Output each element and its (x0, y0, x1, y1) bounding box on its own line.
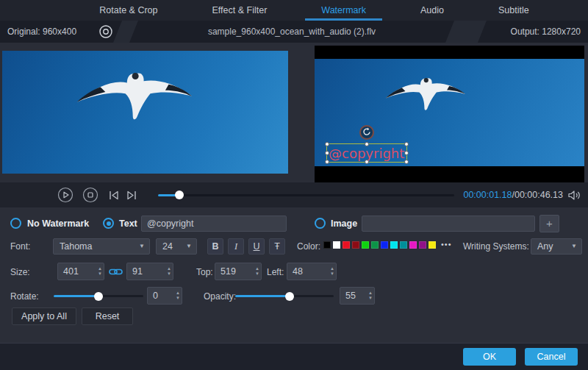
color-swatch-row (323, 241, 436, 249)
resize-handle-w[interactable] (325, 151, 329, 155)
top-value: 519 (220, 266, 236, 277)
strikethrough-button[interactable]: Ŧ (269, 238, 285, 255)
time-display: 00:00:01.18/00:00:46.13 (463, 190, 563, 200)
size-width-input[interactable]: 401 ▲▼ (57, 263, 104, 280)
rotate-slider-thumb[interactable] (94, 292, 103, 301)
current-time: 00:00:01.18 (463, 190, 512, 200)
font-size-value: 24 (162, 241, 173, 252)
opacity-value: 55 (345, 291, 356, 301)
color-swatch[interactable] (400, 241, 407, 249)
ok-button[interactable]: OK (463, 348, 516, 366)
color-swatch[interactable] (429, 241, 436, 249)
original-video-preview (2, 51, 288, 174)
font-size-select[interactable]: 24 ▼ (156, 238, 197, 255)
seek-bar-thumb[interactable] (175, 191, 184, 199)
opacity-slider[interactable] (235, 295, 334, 297)
spinner-arrows-icon[interactable]: ▲▼ (255, 264, 259, 279)
resize-handle-e[interactable] (404, 151, 409, 155)
play-button[interactable] (57, 187, 74, 206)
rotate-slider-fill (54, 295, 98, 297)
rotate-slider[interactable] (54, 295, 143, 297)
stop-button[interactable] (82, 187, 98, 206)
tab-audio[interactable]: Audio (409, 0, 456, 21)
writing-systems-select[interactable]: Any ▼ (531, 238, 582, 255)
tab-effect-filter[interactable]: Effect & Filter (201, 0, 279, 21)
size-height-value: 91 (132, 266, 143, 277)
color-swatch[interactable] (323, 241, 331, 249)
spinner-arrows-icon[interactable]: ▲▼ (167, 264, 171, 279)
dialog-footer: OK Cancel (0, 343, 588, 370)
link-dimensions-button[interactable] (109, 266, 123, 280)
resize-handle-s[interactable] (365, 160, 369, 164)
left-label: Left: (267, 267, 284, 277)
opacity-slider-thumb[interactable] (285, 292, 294, 301)
image-watermark-radio[interactable] (315, 218, 326, 229)
output-video-preview: @copyright (315, 46, 584, 182)
reset-button[interactable]: Reset (82, 307, 133, 325)
watermark-selection-box[interactable]: @copyright (326, 143, 407, 163)
color-swatch[interactable] (352, 241, 359, 249)
color-swatch[interactable] (343, 241, 350, 249)
rotate-label: Rotate: (10, 291, 39, 302)
left-input[interactable]: 48 ▲▼ (287, 263, 337, 280)
rotate-value-input[interactable]: 0 ▲▼ (147, 287, 182, 305)
next-frame-button[interactable] (125, 190, 138, 204)
resize-handle-sw[interactable] (325, 160, 329, 164)
previous-frame-button[interactable] (107, 190, 121, 204)
color-swatch[interactable] (333, 241, 340, 249)
add-image-button[interactable]: + (539, 215, 559, 232)
compare-preview-button[interactable] (98, 24, 113, 39)
spinner-arrows-icon[interactable]: ▲▼ (330, 264, 334, 279)
more-colors-button[interactable]: ••• (441, 240, 452, 249)
font-label: Font: (10, 241, 30, 252)
color-swatch[interactable] (390, 241, 398, 249)
spinner-arrows-icon[interactable]: ▲▼ (368, 288, 373, 303)
tab-subtitle[interactable]: Subtitle (487, 0, 541, 21)
watermark-text-input[interactable] (141, 216, 287, 232)
seabird-image (382, 75, 469, 115)
seek-bar[interactable] (158, 194, 454, 196)
color-swatch[interactable] (419, 241, 426, 249)
spinner-arrows-icon[interactable]: ▲▼ (176, 288, 180, 303)
editor-tab-bar: Rotate & Crop Effect & Filter Watermark … (0, 0, 588, 21)
color-swatch[interactable] (362, 241, 369, 249)
underline-button[interactable]: U (248, 238, 265, 255)
watermark-image-input[interactable] (362, 216, 535, 232)
resize-handle-n[interactable] (365, 142, 369, 146)
volume-button[interactable] (567, 189, 581, 204)
text-watermark-label: Text (119, 218, 137, 229)
preview-header: Original: 960x400 sample_960x400_ocean_w… (0, 21, 588, 43)
resize-handle-nw[interactable] (325, 142, 329, 146)
speaker-icon (567, 191, 581, 204)
italic-button[interactable]: I (228, 238, 244, 255)
bold-button[interactable]: B (207, 238, 223, 255)
font-family-select[interactable]: Tahoma ▼ (53, 238, 150, 255)
eye-icon (98, 29, 113, 41)
skip-start-icon (107, 191, 121, 203)
color-swatch[interactable] (381, 241, 388, 249)
file-name-title: sample_960x400_ocean_with_audio (2).flv (129, 21, 454, 43)
top-label: Top: (196, 267, 213, 277)
seabird-image (72, 68, 197, 127)
chain-link-icon (109, 266, 123, 279)
color-swatch[interactable] (409, 241, 417, 249)
resize-handle-ne[interactable] (404, 142, 409, 146)
top-input[interactable]: 519 ▲▼ (215, 263, 262, 280)
resize-handle-se[interactable] (404, 160, 409, 164)
size-label: Size: (10, 267, 30, 277)
no-watermark-radio[interactable] (10, 218, 21, 229)
opacity-value-input[interactable]: 55 ▲▼ (340, 287, 375, 305)
color-swatch[interactable] (371, 241, 379, 249)
chevron-down-icon: ▼ (571, 239, 577, 254)
size-height-input[interactable]: 91 ▲▼ (126, 263, 173, 280)
size-width-value: 401 (63, 266, 79, 277)
tab-watermark[interactable]: Watermark (309, 0, 378, 21)
cancel-button[interactable]: Cancel (525, 348, 578, 366)
watermark-rotate-handle[interactable] (359, 125, 374, 140)
play-icon (57, 193, 74, 205)
rotate-arrow-icon (362, 126, 371, 139)
tab-rotate-crop[interactable]: Rotate & Crop (87, 0, 169, 21)
spinner-arrows-icon[interactable]: ▲▼ (98, 264, 102, 279)
apply-to-all-button[interactable]: Apply to All (12, 307, 76, 325)
text-watermark-radio[interactable] (103, 218, 114, 229)
